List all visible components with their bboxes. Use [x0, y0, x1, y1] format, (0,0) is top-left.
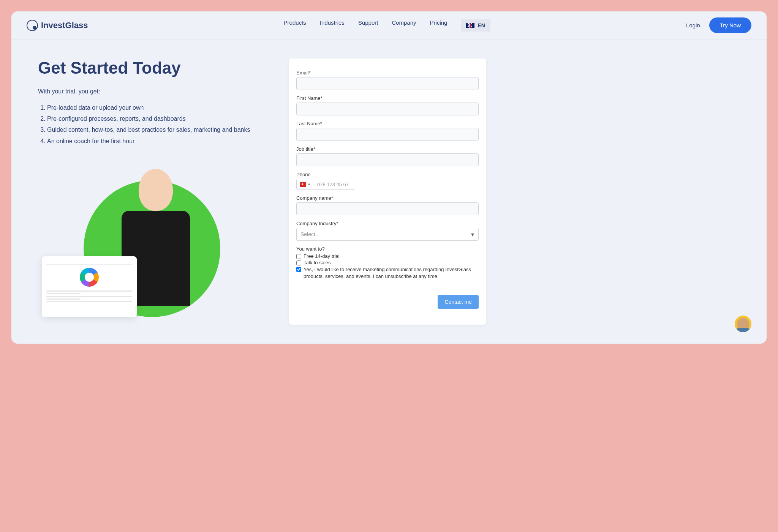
email-input[interactable] [296, 77, 479, 90]
feature-item: Pre-configured processes, reports, and d… [47, 114, 258, 124]
firstname-input[interactable] [296, 103, 479, 115]
hero-image [38, 158, 258, 325]
nav-industries[interactable]: Industries [320, 19, 345, 32]
phone-country-selector[interactable]: ▼ [297, 180, 314, 189]
consent-checkbox[interactable] [296, 267, 301, 272]
nav-products[interactable]: Products [284, 19, 306, 32]
talk-sales-checkbox[interactable] [296, 260, 301, 265]
email-label: Email* [296, 70, 479, 76]
company-label: Company name* [296, 195, 479, 201]
lastname-label: Last Name* [296, 121, 479, 126]
feature-item: Pre-loaded data or upload your own [47, 103, 258, 113]
avatar-icon [737, 318, 749, 330]
left-column: Get Started Today With your trial, you g… [38, 58, 258, 325]
nav-support[interactable]: Support [358, 19, 378, 32]
uk-flag-icon [466, 23, 474, 28]
page-title: Get Started Today [38, 58, 258, 77]
phone-field: ▼ [296, 179, 355, 190]
main-nav: Products Industries Support Company Pric… [284, 19, 490, 32]
header: InvestGlass Products Industries Support … [11, 11, 767, 39]
content: Get Started Today With your trial, you g… [11, 39, 767, 344]
consent-label: Yes, I would like to receive marketing c… [304, 266, 479, 280]
feature-list: Pre-loaded data or upload your own Pre-c… [38, 103, 258, 146]
chat-widget[interactable] [735, 316, 751, 332]
jobtitle-label: Job title* [296, 146, 479, 152]
phone-label: Phone [296, 172, 479, 177]
trial-label: Free 14-day trial [304, 253, 340, 259]
lastname-input[interactable] [296, 128, 479, 141]
subtitle: With your trial, you get: [38, 88, 258, 95]
laptop-mockup [42, 256, 137, 317]
feature-item: Guided content, how-tos, and best practi… [47, 125, 258, 135]
submit-button[interactable]: Contact me [438, 295, 479, 309]
language-code: EN [478, 22, 485, 28]
logo-icon [27, 20, 38, 31]
login-link[interactable]: Login [686, 22, 700, 28]
jobtitle-input[interactable] [296, 153, 479, 166]
brand-name: InvestGlass [41, 21, 88, 30]
signup-form: Email* First Name* Last Name* Job title*… [289, 58, 486, 325]
industry-label: Company Industry* [296, 221, 479, 226]
try-now-button[interactable]: Try Now [709, 17, 751, 33]
language-selector[interactable]: EN [461, 19, 490, 32]
nav-company[interactable]: Company [392, 19, 416, 32]
trial-checkbox[interactable] [296, 254, 301, 259]
firstname-label: First Name* [296, 95, 479, 101]
swiss-flag-icon [300, 182, 306, 187]
want-label: You want to? [296, 246, 479, 252]
feature-item: An online coach for the first hour [47, 136, 258, 146]
nav-pricing[interactable]: Pricing [430, 19, 448, 32]
header-right: Login Try Now [686, 17, 751, 33]
donut-chart-icon [80, 268, 99, 287]
chevron-down-icon: ▼ [307, 183, 311, 186]
industry-select[interactable]: Select... [296, 228, 479, 241]
phone-input[interactable] [314, 179, 355, 189]
logo[interactable]: InvestGlass [27, 20, 88, 31]
company-input[interactable] [296, 202, 479, 215]
talk-sales-label: Talk to sales [304, 260, 331, 265]
